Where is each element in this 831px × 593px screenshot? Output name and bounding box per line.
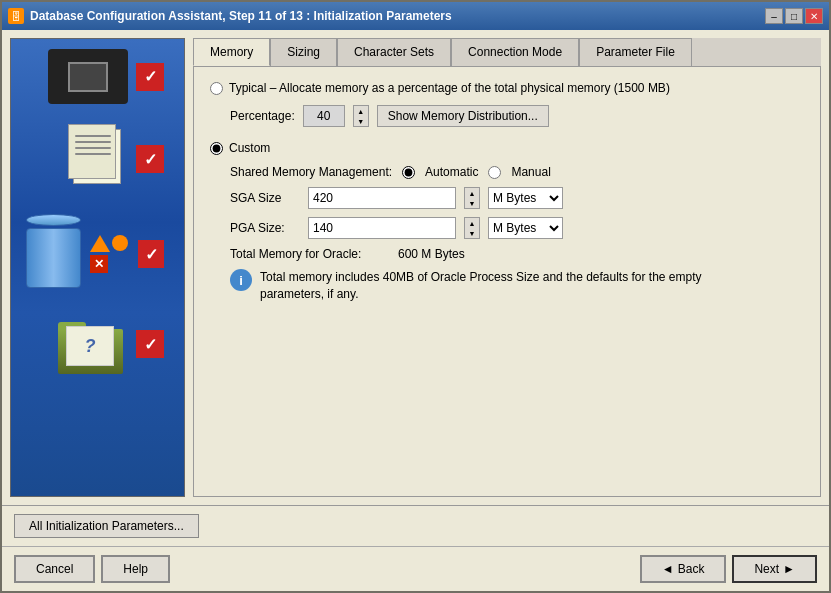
auto-radio[interactable] — [402, 166, 415, 179]
doc-line — [75, 147, 111, 149]
tab-sizing[interactable]: Sizing — [270, 38, 337, 66]
manual-radio[interactable] — [488, 166, 501, 179]
pga-up[interactable]: ▲ — [465, 218, 479, 228]
sga-spinner[interactable]: ▲ ▼ — [464, 187, 480, 209]
nav-bar: Cancel Help ◄ Back Next ► — [2, 546, 829, 591]
auto-label: Automatic — [425, 165, 478, 179]
folder-paper: ? — [66, 326, 114, 366]
help-button[interactable]: Help — [101, 555, 170, 583]
sga-unit-select[interactable]: M Bytes G Bytes — [488, 187, 563, 209]
total-value: 600 M Bytes — [398, 247, 465, 261]
window-title: Database Configuration Assistant, Step 1… — [30, 9, 452, 23]
doc-row: ✓ — [21, 124, 174, 194]
check-badge-4: ✓ — [136, 330, 164, 358]
percentage-down[interactable]: ▼ — [354, 116, 368, 126]
shapes-icon: ✕ — [90, 234, 130, 274]
percentage-input[interactable] — [303, 105, 345, 127]
database-icon — [21, 214, 86, 294]
doc-line — [75, 153, 111, 155]
back-arrow-icon: ◄ — [662, 562, 674, 576]
info-row: i Total memory includes 40MB of Oracle P… — [230, 269, 804, 303]
all-params-button[interactable]: All Initialization Parameters... — [14, 514, 199, 538]
percentage-up[interactable]: ▲ — [354, 106, 368, 116]
nav-left: Cancel Help — [14, 555, 170, 583]
maximize-button[interactable]: □ — [785, 8, 803, 24]
tab-connection-mode[interactable]: Connection Mode — [451, 38, 579, 66]
pga-spinner[interactable]: ▲ ▼ — [464, 217, 480, 239]
back-button[interactable]: ◄ Back — [640, 555, 727, 583]
show-distribution-button[interactable]: Show Memory Distribution... — [377, 105, 549, 127]
db-row: ✕ ✓ — [21, 214, 174, 294]
tab-memory[interactable]: Memory — [193, 38, 270, 66]
custom-radio-label: Custom — [229, 141, 270, 155]
sga-up[interactable]: ▲ — [465, 188, 479, 198]
back-label: Back — [678, 562, 705, 576]
chip-inner — [68, 62, 108, 92]
typical-radio-label: Typical – Allocate memory as a percentag… — [229, 81, 670, 95]
custom-radio[interactable] — [210, 142, 223, 155]
info-text: Total memory includes 40MB of Oracle Pro… — [260, 269, 730, 303]
sga-input[interactable] — [308, 187, 456, 209]
doc-lines — [75, 135, 111, 155]
sga-label: SGA Size — [230, 191, 300, 205]
minimize-button[interactable]: – — [765, 8, 783, 24]
typical-radio[interactable] — [210, 82, 223, 95]
close-button[interactable]: ✕ — [805, 8, 823, 24]
left-panel: ✓ ✓ — [10, 38, 185, 497]
sga-down[interactable]: ▼ — [465, 198, 479, 208]
doc-page-front — [68, 124, 116, 179]
percentage-spinner[interactable]: ▲ ▼ — [353, 105, 369, 127]
pga-label: PGA Size: — [230, 221, 300, 235]
doc-line — [75, 135, 111, 137]
total-label: Total Memory for Oracle: — [230, 247, 390, 261]
pga-input[interactable] — [308, 217, 456, 239]
window-controls: – □ ✕ — [765, 8, 823, 24]
circle-shape — [112, 235, 128, 251]
content-area: ✓ ✓ — [2, 30, 829, 505]
chip-row: ✓ — [21, 49, 174, 104]
typical-radio-row: Typical – Allocate memory as a percentag… — [210, 81, 804, 95]
bottom-bar: All Initialization Parameters... — [2, 505, 829, 546]
next-arrow-icon: ► — [783, 562, 795, 576]
db-top — [26, 214, 81, 226]
total-row: Total Memory for Oracle: 600 M Bytes — [230, 247, 804, 261]
cancel-button[interactable]: Cancel — [14, 555, 95, 583]
main-window: 🗄 Database Configuration Assistant, Step… — [0, 0, 831, 593]
x-shape: ✕ — [90, 255, 108, 273]
check-badge-2: ✓ — [136, 145, 164, 173]
pga-row: PGA Size: ▲ ▼ M Bytes G Bytes — [230, 217, 804, 239]
nav-right: ◄ Back Next ► — [640, 555, 817, 583]
info-icon: i — [230, 269, 252, 291]
next-label: Next — [754, 562, 779, 576]
db-cylinder — [26, 228, 81, 288]
check-badge-1: ✓ — [136, 63, 164, 91]
tab-character-sets[interactable]: Character Sets — [337, 38, 451, 66]
shm-row: Shared Memory Management: Automatic Manu… — [230, 165, 804, 179]
titlebar-left: 🗄 Database Configuration Assistant, Step… — [8, 8, 452, 24]
app-icon: 🗄 — [8, 8, 24, 24]
shm-label: Shared Memory Management: — [230, 165, 392, 179]
right-panel: Memory Sizing Character Sets Connection … — [193, 38, 821, 497]
percentage-label: Percentage: — [230, 109, 295, 123]
doc-icon — [68, 124, 128, 194]
pga-down[interactable]: ▼ — [465, 228, 479, 238]
custom-radio-row: Custom — [210, 141, 804, 155]
tab-parameter-file[interactable]: Parameter File — [579, 38, 692, 66]
manual-label: Manual — [511, 165, 550, 179]
pga-unit-select[interactable]: M Bytes G Bytes — [488, 217, 563, 239]
custom-section: Custom Shared Memory Management: Automat… — [210, 141, 804, 303]
titlebar: 🗄 Database Configuration Assistant, Step… — [2, 2, 829, 30]
next-button[interactable]: Next ► — [732, 555, 817, 583]
doc-line — [75, 141, 111, 143]
triangle-shape — [90, 235, 110, 252]
percentage-row: Percentage: ▲ ▼ Show Memory Distribution… — [230, 105, 804, 127]
check-badge-3: ✓ — [138, 240, 164, 268]
folder-row: ? ✓ — [21, 314, 174, 374]
folder-icon: ? — [58, 314, 128, 374]
sga-row: SGA Size ▲ ▼ M Bytes G Bytes — [230, 187, 804, 209]
tab-content-memory: Typical – Allocate memory as a percentag… — [193, 66, 821, 497]
tabs-bar: Memory Sizing Character Sets Connection … — [193, 38, 821, 66]
chip-icon — [48, 49, 128, 104]
